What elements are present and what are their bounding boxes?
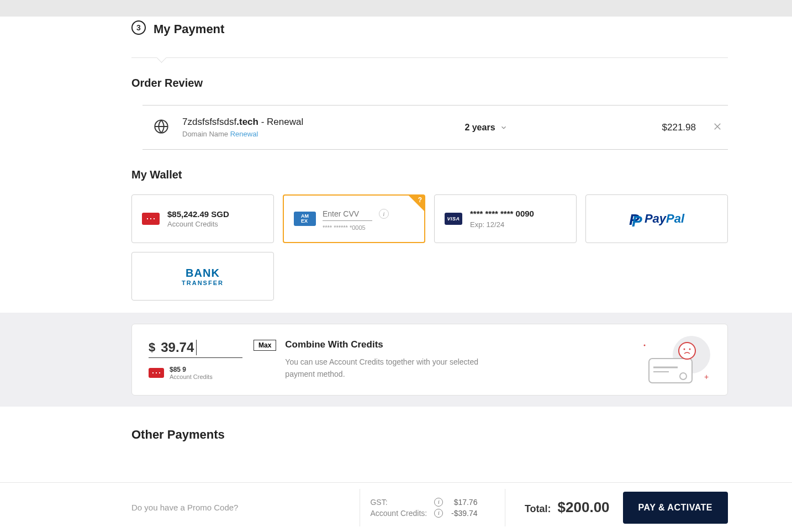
credits-icon [149, 368, 164, 378]
svg-point-9 [684, 349, 685, 350]
total-value: $200.00 [558, 499, 610, 516]
cvv-info-icon[interactable]: i [379, 209, 389, 219]
order-meta: 7zdsfsfsfsdsf.tech - Renewal Domain Name… [182, 117, 464, 138]
credits-info: $85,242.49 SGD Account Credits [167, 209, 229, 228]
visa-info: **** **** **** 0090 Exp: 12/24 [470, 209, 534, 229]
globe-icon [154, 119, 169, 136]
fee-breakdown: GST: i $17.76 Account Credits: i -$39.74 [370, 497, 477, 519]
step-number: 3 [136, 23, 141, 32]
duration-select[interactable]: 2 years [464, 123, 507, 133]
order-item-row: 7zdsfsfsfsdsf.tech - Renewal Domain Name… [142, 105, 728, 150]
order-item-subtitle: Domain Name Renewal [182, 130, 464, 138]
my-wallet-title: My Wallet [131, 168, 728, 181]
domain-tld: .tech [236, 117, 258, 127]
combine-card: $ 39.74 Max $85 9 Account Credits Combin… [131, 324, 728, 396]
order-suffix: - Renewal [258, 117, 303, 127]
top-bar [0, 0, 792, 17]
paypal-text-1: Pay [645, 212, 666, 226]
cvv-input[interactable] [323, 207, 372, 221]
svg-text:+: + [704, 372, 709, 381]
wallet-bank-transfer-card[interactable]: BANK TRANSFER [131, 252, 274, 301]
bank-label-1: BANK [186, 267, 220, 280]
total-label: Total: [525, 503, 551, 515]
order-sub-label: Domain Name [182, 130, 230, 138]
card-illustration-icon: + [639, 335, 711, 387]
visa-card-mask: **** **** **** 0090 [470, 209, 534, 218]
gst-amount: $17.76 [445, 498, 477, 507]
paypal-text-2: Pal [666, 212, 684, 226]
credits-label: Account Credits [167, 220, 229, 228]
svg-point-11 [644, 345, 646, 346]
credits-amount: $85,242.49 SGD [167, 209, 229, 219]
combine-currency: $ [149, 340, 155, 355]
wallet-credits-card[interactable]: $85,242.49 SGD Account Credits [131, 194, 274, 243]
credits-fee-amount: -$39.74 [445, 509, 477, 518]
wallet-amex-card[interactable]: AMEX i **** ****** *0005 [283, 194, 425, 243]
credits-info-icon[interactable]: i [434, 509, 443, 518]
step-title: My Payment [154, 22, 224, 36]
combine-amount-input[interactable]: $ 39.74 [149, 340, 242, 358]
total-block: Total: $200.00 [525, 499, 610, 516]
other-payments-title: Other Payments [131, 428, 728, 442]
gst-info-icon[interactable]: i [434, 498, 443, 507]
bank-label-2: TRANSFER [182, 280, 224, 286]
renewal-link[interactable]: Renewal [230, 130, 258, 138]
order-item-title: 7zdsfsfsfsdsf.tech - Renewal [182, 117, 464, 128]
combine-desc: You can use Account Credits together wit… [285, 356, 506, 381]
amex-card-mask: **** ****** *0005 [323, 224, 389, 231]
wallet-paypal-card[interactable]: PP PayPal [585, 194, 728, 243]
paypal-icon: PP PayPal [629, 211, 684, 227]
wallet-visa-card[interactable]: VISA **** **** **** 0090 Exp: 12/24 [434, 194, 577, 243]
duration-value: 2 years [464, 123, 495, 133]
order-review-title: Order Review [131, 77, 728, 89]
max-button[interactable]: Max [254, 340, 276, 351]
combine-amount-value: 39.74 [161, 340, 197, 355]
remove-item-button[interactable] [712, 122, 722, 134]
wallet-grid: $85,242.49 SGD Account Credits AMEX i **… [131, 194, 728, 301]
chevron-down-icon [500, 124, 508, 131]
close-icon [712, 122, 722, 131]
gst-label: GST: [370, 498, 432, 507]
order-item-price: $221.98 [662, 122, 696, 133]
help-corner-icon[interactable] [409, 196, 424, 211]
svg-point-10 [689, 349, 691, 350]
step-number-badge: 3 [131, 20, 146, 35]
credits-fee-label: Account Credits: [370, 509, 432, 518]
section-divider [131, 57, 728, 58]
checkout-footer: Do you have a Promo Code? GST: i $17.76 … [0, 482, 792, 532]
step-header: 3 My Payment [131, 17, 728, 36]
amex-icon: AMEX [294, 212, 316, 226]
domain-prefix: 7zdsfsfsfsdsf [182, 117, 236, 127]
mini-credits-block: $85 9 Account Credits [149, 366, 276, 380]
pay-activate-button[interactable]: PAY & ACTIVATE [623, 492, 728, 524]
svg-point-8 [679, 343, 695, 359]
combine-section: $ 39.74 Max $85 9 Account Credits Combin… [0, 313, 792, 407]
credits-icon [142, 213, 160, 225]
promo-code-link[interactable]: Do you have a Promo Code? [131, 503, 238, 512]
visa-expiry: Exp: 12/24 [470, 220, 534, 229]
mini-credits-label: Account Credits [170, 373, 213, 380]
mini-credits-balance: $85 9 [170, 366, 213, 373]
visa-icon: VISA [445, 213, 462, 225]
